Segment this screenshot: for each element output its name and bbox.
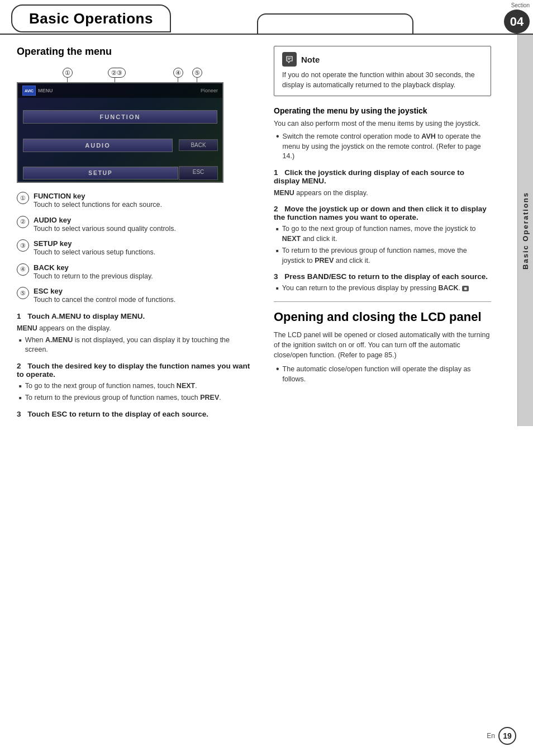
left-step-2-heading: 2 Touch the desired key to display the f… xyxy=(17,362,251,379)
right-column: Note If you do not operate the function … xyxy=(268,46,511,421)
note-header: Note xyxy=(282,52,483,67)
menu-bold-1: MENU xyxy=(17,324,37,332)
note-title: Note xyxy=(301,55,320,64)
key-number-1: ① xyxy=(17,192,29,204)
menu-brand-text: Pioneer xyxy=(201,88,218,93)
page-footer: En 19 xyxy=(487,727,516,745)
header-center-bar xyxy=(257,13,413,34)
key-text-2: Touch to select various sound quality co… xyxy=(34,225,176,233)
setup-btn: SETUP xyxy=(23,167,178,179)
joy-step-3-heading: 3 Press BAND/ESC to return to the displa… xyxy=(274,272,491,281)
key-desc-3: SETUP key Touch to select various setup … xyxy=(34,239,251,258)
lcd-bullet-1: • The automatic close/open function will… xyxy=(274,365,491,384)
left-step-1-body: MENU appears on the display. xyxy=(17,323,251,333)
key-item-1: ① FUNCTION key Touch to select functions… xyxy=(17,192,251,210)
lcd-bullet-text-1: The automatic close/open function will o… xyxy=(283,365,491,384)
joy-step-3-num: 3 xyxy=(274,272,278,281)
joy-step-3-bullet-1: ■ You can return to the previous display… xyxy=(274,284,491,294)
bullet-text-2b: To return to the previous group of funct… xyxy=(25,393,221,403)
callout-1: ① xyxy=(63,68,73,78)
key-item-3: ③ SETUP key Touch to select various setu… xyxy=(17,239,251,258)
joy-step-2-bullet-2: ■ To return to the previous group of fun… xyxy=(274,246,491,266)
section-divider xyxy=(274,301,491,302)
joystick-heading: Operating the menu by using the joystick xyxy=(274,106,491,115)
key-title-1: FUNCTION key xyxy=(34,192,85,200)
joy-step-3-title: Press BAND/ESC to return to the display … xyxy=(284,272,488,281)
right-sidebar: Basic Operations xyxy=(517,35,533,426)
left-step-2-num: 2 xyxy=(17,362,21,370)
main-content: Operating the menu ① ②③ ④ ⑤ xyxy=(0,35,533,432)
left-column: Operating the menu ① ②③ ④ ⑤ xyxy=(17,46,268,421)
key-title-5: ESC key xyxy=(34,287,63,295)
callout-23: ②③ xyxy=(108,68,126,78)
esc-btn: ESC xyxy=(179,166,218,180)
left-step-3-title: Touch ESC to return to the display of ea… xyxy=(27,410,208,418)
section-number: 04 xyxy=(504,10,530,34)
menu-screen: AVIC MENU Pioneer FUNCTION AUDIO BACK xyxy=(18,83,222,182)
joy-step-1-body: MENU appears on the display. xyxy=(274,188,491,198)
key-text-3: Touch to select various setup functions. xyxy=(34,248,155,256)
left-step-2-title: Touch the desired key to display the fun… xyxy=(17,362,250,379)
audio-btn: AUDIO xyxy=(23,139,173,152)
bullet-icon-1: ■ xyxy=(19,338,22,355)
key-list: ① FUNCTION key Touch to select functions… xyxy=(17,192,251,305)
header-center xyxy=(171,0,499,34)
callout-4: ④ xyxy=(173,68,183,78)
bullet-icon-j2a: ■ xyxy=(276,226,279,244)
note-text: If you do not operate the function withi… xyxy=(282,70,483,90)
key-title-4: BACK key xyxy=(34,263,69,272)
key-desc-4: BACK key Touch to return to the previous… xyxy=(34,263,251,282)
key-desc-1: FUNCTION key Touch to select functions f… xyxy=(34,192,251,210)
page-number: 19 xyxy=(498,727,516,745)
joy-step-1-num: 1 xyxy=(274,168,278,177)
page-header: Basic Operations Section 04 xyxy=(0,0,533,35)
callout-row: ① ②③ ④ ⑤ xyxy=(17,65,223,82)
left-step-2-bullet-1: ■ To go to the next group of function na… xyxy=(17,381,251,391)
bullet-text-j2a: To go to the next group of function name… xyxy=(282,224,491,244)
joystick-bullet-1: • Switch the remote control operation mo… xyxy=(274,132,491,162)
menu-logo-text: MENU xyxy=(38,88,53,93)
key-text-5: Touch to cancel the control mode of func… xyxy=(34,296,175,304)
left-step-1-num: 1 xyxy=(17,312,21,320)
menu-function-row: FUNCTION xyxy=(18,108,222,126)
key-text-1: Touch to select functions for each sourc… xyxy=(34,201,162,209)
key-number-4: ④ xyxy=(17,263,29,276)
sidebar-label: Basic Operations xyxy=(521,192,530,270)
note-icon xyxy=(282,52,297,67)
left-step-3-heading: 3 Touch ESC to return to the display of … xyxy=(17,410,251,418)
callout-5: ⑤ xyxy=(192,68,202,78)
joy-step-2-bullet-1: ■ To go to the next group of function na… xyxy=(274,224,491,244)
joy-step-1-title: Click the joystick during display of eac… xyxy=(274,168,464,185)
joystick-bullet-text-1: Switch the remote control operation mode… xyxy=(283,132,491,162)
bullet-text-j3: You can return to the previous display b… xyxy=(282,284,469,294)
bullet-icon-2b: ■ xyxy=(19,395,22,403)
bullet-icon-2a: ■ xyxy=(19,384,22,391)
key-number-5: ⑤ xyxy=(17,287,29,299)
bullet-icon-j3: ■ xyxy=(276,286,279,294)
menu-audio-row: AUDIO BACK xyxy=(18,136,222,154)
key-title-3: SETUP key xyxy=(34,239,72,248)
section-box: Section 04 xyxy=(499,0,533,34)
dot-icon-lcd: • xyxy=(276,365,279,384)
joy-step-2-title: Move the joystick up or down and then cl… xyxy=(274,205,487,221)
left-step-1-bullet-1: ■ When A.MENU is not displayed, you can … xyxy=(17,336,251,355)
lcd-heading: Opening and closing the LCD panel xyxy=(274,310,491,324)
key-number-3: ③ xyxy=(17,239,29,252)
bullet-text-1: When A.MENU is not displayed, you can di… xyxy=(25,336,251,355)
dot-icon-1: • xyxy=(276,132,279,162)
key-item-2: ② AUDIO key Touch to select various soun… xyxy=(17,216,251,234)
page-lang: En xyxy=(487,732,495,740)
key-title-2: AUDIO key xyxy=(34,216,71,224)
menu-bold-joy1: MENU xyxy=(274,189,294,197)
bullet-text-2a: To go to the next group of function name… xyxy=(25,381,197,391)
key-item-4: ④ BACK key Touch to return to the previo… xyxy=(17,263,251,282)
bullet-text-j2b: To return to the previous group of funct… xyxy=(282,246,491,266)
key-desc-2: AUDIO key Touch to select various sound … xyxy=(34,216,251,234)
left-step-3-num: 3 xyxy=(17,410,21,418)
left-step-1-heading: 1 Touch A.MENU to display MENU. xyxy=(17,312,251,320)
key-desc-5: ESC key Touch to cancel the control mode… xyxy=(34,287,251,305)
key-item-5: ⑤ ESC key Touch to cancel the control mo… xyxy=(17,287,251,305)
bullet-icon-j2b: ■ xyxy=(276,248,279,266)
page-title: Basic Operations xyxy=(29,10,153,27)
menu-diagram: AVIC MENU Pioneer FUNCTION AUDIO BACK xyxy=(17,82,223,183)
